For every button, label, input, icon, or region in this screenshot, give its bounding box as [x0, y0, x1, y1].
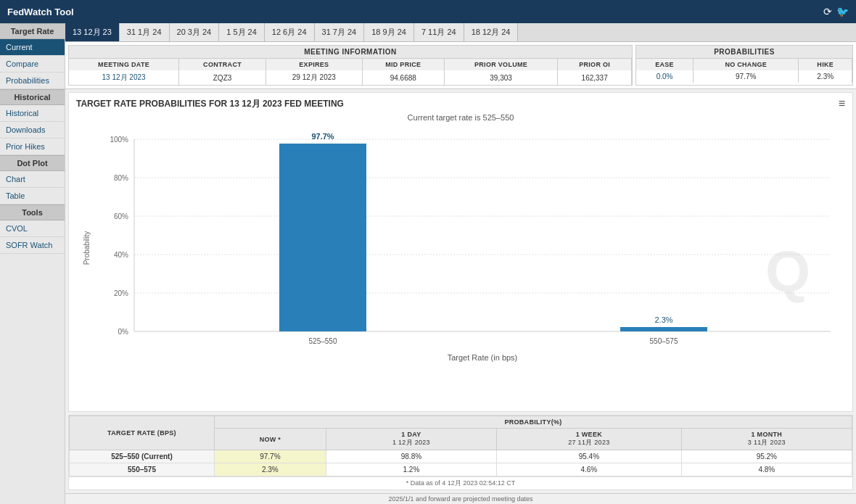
col-mid-price: MID PRICE	[362, 59, 444, 70]
probabilities-title: PROBABILITIES	[636, 46, 852, 59]
hike-cell: 2.3%	[799, 70, 852, 83]
ease-cell: 0.0%	[636, 70, 694, 83]
watermark: Q	[765, 239, 810, 304]
col-contract: CONTRACT	[179, 59, 266, 70]
header-icons: ⟳ 🐦	[823, 6, 849, 17]
tab-20mar24[interactable]: 20 3月 24	[170, 23, 220, 41]
sidebar-section-target-rate: Target Rate	[0, 23, 65, 39]
prob-row-2: 550–575 2.3% 1.2% 4.6% 4.8%	[70, 463, 852, 476]
mid-price-cell: 94.6688	[362, 70, 444, 85]
day1-cell-1: 98.8%	[326, 450, 496, 463]
sidebar-section-dot-plot: Dot Plot	[0, 155, 65, 171]
y-axis-label: Probability	[83, 231, 91, 265]
reload-icon[interactable]: ⟳	[823, 6, 832, 17]
bar-chart: Probability 100% 80% 60% 40% 20%	[69, 125, 852, 364]
chart-subtitle: Current target rate is 525–550	[69, 113, 852, 122]
tab-18dec24[interactable]: 18 12月 24	[464, 23, 519, 41]
week1-cell-2: 4.6%	[497, 463, 682, 476]
app-title: FedWatch Tool	[7, 7, 74, 17]
rate-col-header: TARGET RATE (BPS)	[70, 416, 215, 450]
sidebar-item-historical[interactable]: Historical	[0, 105, 65, 122]
footer-note: * Data as of 4 12月 2023 02:54:12 CT	[69, 476, 852, 489]
twitter-icon[interactable]: 🐦	[836, 6, 849, 17]
sidebar-item-downloads[interactable]: Downloads	[0, 122, 65, 139]
tab-18sep24[interactable]: 18 9月 24	[364, 23, 414, 41]
probability-table-section: TARGET RATE (BPS) PROBABILITY(%) NOW * 1…	[68, 415, 853, 490]
x-label-550-575: 550–575	[650, 337, 678, 345]
sidebar-item-prior-hikes[interactable]: Prior Hikes	[0, 139, 65, 155]
chart-menu-icon[interactable]: ≡	[839, 97, 845, 110]
chart-area: TARGET RATE PROBABILITIES FOR 13 12月 202…	[68, 92, 853, 412]
sidebar-item-sofr-watch[interactable]: SOFR Watch	[0, 237, 65, 254]
prob-table-title: PROBABILITY(%)	[215, 416, 852, 429]
sidebar-item-cvol[interactable]: CVOL	[0, 220, 65, 237]
col-meeting-date: MEETING DATE	[69, 59, 179, 70]
tab-13dec23[interactable]: 13 12月 23	[65, 23, 120, 41]
tab-31jul24[interactable]: 31 7月 24	[315, 23, 365, 41]
col-prior-oi: PRIOR OI	[558, 59, 632, 70]
main-layout: Target Rate Current Compare Probabilitie…	[0, 23, 856, 504]
now-cell-2: 2.3%	[215, 463, 326, 476]
col-ease: EASE	[636, 59, 694, 70]
y-label-20: 20%	[114, 289, 128, 297]
tab-12jun24[interactable]: 12 6月 24	[265, 23, 315, 41]
footer-bottom: 2025/1/1 and forward are projected meeti…	[65, 493, 856, 504]
col-1month: 1 MONTH3 11月 2023	[681, 429, 852, 450]
meeting-info-block: MEETING INFORMATION MEETING DATE CONTRAC…	[68, 45, 633, 86]
content-area: 13 12月 23 31 1月 24 20 3月 24 1 5月 24 12 6…	[65, 23, 856, 504]
probabilities-block: PROBABILITIES EASE NO CHANGE HIKE 0.0%	[635, 45, 853, 86]
week1-cell-1: 95.4%	[497, 450, 682, 463]
tab-31jan24[interactable]: 31 1月 24	[120, 23, 170, 41]
sidebar-section-historical: Historical	[0, 89, 65, 105]
app-header: FedWatch Tool ⟳ 🐦	[0, 0, 856, 23]
col-1day: 1 DAY1 12月 2023	[326, 429, 496, 450]
col-expires: EXPIRES	[266, 59, 362, 70]
x-label-525-550: 525–550	[309, 337, 337, 345]
y-label-60: 60%	[114, 212, 128, 220]
tab-1may24[interactable]: 1 5月 24	[219, 23, 265, 41]
y-label-40: 40%	[114, 251, 128, 259]
y-label-0: 0%	[118, 328, 129, 336]
sidebar-section-tools: Tools	[0, 205, 65, 220]
bar-label-525-550: 97.7%	[311, 132, 334, 141]
col-now: NOW *	[215, 429, 326, 450]
probabilities-table: EASE NO CHANGE HIKE 0.0% 97.7% 2.3%	[636, 59, 852, 83]
sidebar-item-compare[interactable]: Compare	[0, 56, 65, 73]
chart-title-bar: TARGET RATE PROBABILITIES FOR 13 12月 202…	[69, 93, 852, 113]
col-hike: HIKE	[799, 59, 852, 70]
rate-cell-2: 550–575	[70, 463, 215, 476]
meeting-date-cell: 13 12月 2023	[69, 70, 179, 85]
probabilities-row: 0.0% 97.7% 2.3%	[636, 70, 852, 83]
col-prior-volume: PRIOR VOLUME	[444, 59, 558, 70]
rate-cell-1: 525–550 (Current)	[70, 450, 215, 463]
now-cell-1: 97.7%	[215, 450, 326, 463]
bar-label-550-575: 2.3%	[654, 315, 672, 324]
meeting-info-section: MEETING INFORMATION MEETING DATE CONTRAC…	[65, 42, 856, 89]
sidebar-item-chart[interactable]: Chart	[0, 171, 65, 188]
bar-525-550	[279, 144, 366, 331]
expires-cell: 29 12月 2023	[266, 70, 362, 85]
sidebar-item-probabilities[interactable]: Probabilities	[0, 73, 65, 89]
meeting-info-row: 13 12月 2023 ZQZ3 29 12月 2023 94.6688 39,…	[69, 70, 632, 85]
y-label-80: 80%	[114, 174, 128, 182]
prior-volume-cell: 39,303	[444, 70, 558, 85]
col-1week: 1 WEEK27 11月 2023	[497, 429, 682, 450]
probability-table: TARGET RATE (BPS) PROBABILITY(%) NOW * 1…	[69, 416, 852, 476]
tab-7nov24[interactable]: 7 11月 24	[414, 23, 464, 41]
prob-row-1: 525–550 (Current) 97.7% 98.8% 95.4% 95.2…	[70, 450, 852, 463]
sidebar-item-current[interactable]: Current	[0, 39, 65, 56]
sidebar: Target Rate Current Compare Probabilitie…	[0, 23, 65, 504]
y-label-100: 100%	[110, 136, 128, 144]
col-no-change: NO CHANGE	[694, 59, 799, 70]
prior-oi-cell: 162,337	[558, 70, 632, 85]
x-axis-label: Target Rate (in bps)	[448, 353, 518, 362]
month1-cell-1: 95.2%	[681, 450, 852, 463]
meeting-info-table: MEETING DATE CONTRACT EXPIRES MID PRICE …	[69, 59, 632, 85]
contract-cell: ZQZ3	[179, 70, 266, 85]
meeting-tabs: 13 12月 23 31 1月 24 20 3月 24 1 5月 24 12 6…	[65, 23, 856, 42]
bar-550-575	[620, 327, 707, 331]
no-change-cell: 97.7%	[694, 70, 799, 83]
day1-cell-2: 1.2%	[326, 463, 496, 476]
meeting-info-title: MEETING INFORMATION	[69, 46, 632, 59]
sidebar-item-table[interactable]: Table	[0, 188, 65, 205]
